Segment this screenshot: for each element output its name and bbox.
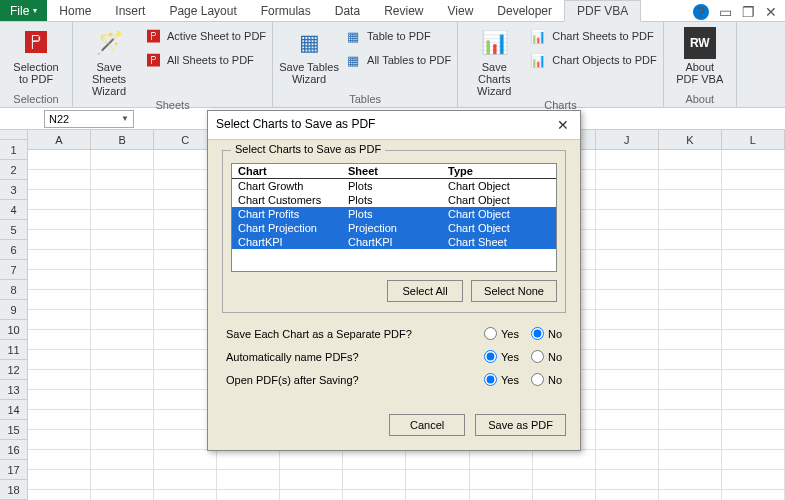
- close-icon[interactable]: ✕: [554, 117, 572, 133]
- group-charts: 📊 Save ChartsWizard 📊 Chart Sheets to PD…: [458, 22, 664, 107]
- save-tables-wizard-button[interactable]: ▦ Save TablesWizard: [279, 25, 339, 91]
- col-chart: Chart: [232, 164, 342, 178]
- radio-open-yes[interactable]: Yes: [484, 373, 519, 386]
- select-none-button[interactable]: Select None: [471, 280, 557, 302]
- row-header[interactable]: 7: [0, 260, 28, 280]
- row-header[interactable]: 1: [0, 140, 28, 160]
- row-header[interactable]: 6: [0, 240, 28, 260]
- radio-open-no[interactable]: No: [531, 373, 562, 386]
- tab-developer[interactable]: Developer: [485, 0, 564, 21]
- row-header[interactable]: 16: [0, 440, 28, 460]
- row-header[interactable]: 3: [0, 180, 28, 200]
- pdf-icon: 🅿: [145, 52, 161, 68]
- group-selection-label: Selection: [6, 91, 66, 107]
- restore-icon[interactable]: ❐: [742, 4, 755, 20]
- window-controls: ? ▭ ❐ ✕: [693, 4, 777, 20]
- row-headers[interactable]: 123456789101112131415161718: [0, 140, 28, 500]
- row-header[interactable]: 2: [0, 160, 28, 180]
- chevron-down-icon: ▾: [33, 6, 37, 15]
- menu-bar: File ▾ HomeInsertPage LayoutFormulasData…: [0, 0, 785, 22]
- chart-objects-to-pdf-button[interactable]: 📊 Chart Objects to PDF: [530, 49, 657, 71]
- name-box[interactable]: N22 ▼: [44, 110, 134, 128]
- col-header[interactable]: K: [659, 130, 722, 150]
- chart-sheets-label: Chart Sheets to PDF: [552, 30, 654, 42]
- row-header[interactable]: 14: [0, 400, 28, 420]
- col-type: Type: [442, 164, 556, 178]
- charts-fieldset: Select Charts to Save as PDF Chart Sheet…: [222, 150, 566, 313]
- row-header[interactable]: 9: [0, 300, 28, 320]
- selection-to-pdf-button[interactable]: 🅿 Selectionto PDF: [6, 25, 66, 91]
- save-charts-wizard-button[interactable]: 📊 Save ChartsWizard: [464, 25, 524, 97]
- row-header[interactable]: 17: [0, 460, 28, 480]
- table-icon: ▦: [345, 28, 361, 44]
- tab-insert[interactable]: Insert: [103, 0, 157, 21]
- option-autoname-label: Automatically name PDFs?: [226, 351, 472, 363]
- row-header[interactable]: 13: [0, 380, 28, 400]
- save-sheets-wizard-button[interactable]: 🪄 Save SheetsWizard: [79, 25, 139, 97]
- row-header[interactable]: 8: [0, 280, 28, 300]
- about-label: AboutPDF VBA: [676, 61, 723, 85]
- all-tables-to-pdf-button[interactable]: ▦ All Tables to PDF: [345, 49, 451, 71]
- chart-sheets-to-pdf-button[interactable]: 📊 Chart Sheets to PDF: [530, 25, 657, 47]
- save-as-pdf-button[interactable]: Save as PDF: [475, 414, 566, 436]
- all-sheets-to-pdf-button[interactable]: 🅿 All Sheets to PDF: [145, 49, 266, 71]
- table-row[interactable]: Chart CustomersPlotsChart Object: [232, 193, 556, 207]
- cancel-button[interactable]: Cancel: [389, 414, 465, 436]
- rw-logo-icon: RW: [684, 27, 716, 59]
- tab-data[interactable]: Data: [323, 0, 372, 21]
- col-header[interactable]: B: [91, 130, 154, 150]
- save-sheets-wizard-label: Save SheetsWizard: [79, 61, 139, 97]
- help-icon[interactable]: ?: [693, 4, 709, 20]
- file-tab-label: File: [10, 4, 29, 18]
- tab-pdf-vba[interactable]: PDF VBA: [564, 0, 641, 22]
- row-header[interactable]: 10: [0, 320, 28, 340]
- tab-view[interactable]: View: [436, 0, 486, 21]
- chart-objects-label: Chart Objects to PDF: [552, 54, 657, 66]
- radio-separate-yes[interactable]: Yes: [484, 327, 519, 340]
- dialog-title: Select Charts to Save as PDF: [216, 117, 375, 133]
- group-sheets: 🪄 Save SheetsWizard 🅿 Active Sheet to PD…: [73, 22, 273, 107]
- chart-wizard-icon: 📊: [478, 27, 510, 59]
- col-header[interactable]: L: [722, 130, 785, 150]
- row-header[interactable]: 11: [0, 340, 28, 360]
- select-all-button[interactable]: Select All: [387, 280, 463, 302]
- close-window-icon[interactable]: ✕: [765, 4, 777, 20]
- name-box-value: N22: [49, 113, 69, 125]
- col-header[interactable]: A: [28, 130, 91, 150]
- group-about-label: About: [670, 91, 730, 107]
- table-row[interactable]: Chart ProfitsPlotsChart Object: [232, 207, 556, 221]
- row-header[interactable]: 18: [0, 480, 28, 500]
- table-row[interactable]: Chart GrowthPlotsChart Object: [232, 179, 556, 193]
- table-to-pdf-button[interactable]: ▦ Table to PDF: [345, 25, 451, 47]
- table-row[interactable]: Chart ProjectionProjectionChart Object: [232, 221, 556, 235]
- tab-formulas[interactable]: Formulas: [249, 0, 323, 21]
- tab-page-layout[interactable]: Page Layout: [157, 0, 248, 21]
- option-separate: Save Each Chart as a Separate PDF? Yes N…: [226, 327, 562, 340]
- tab-review[interactable]: Review: [372, 0, 435, 21]
- ribbon: 🅿 Selectionto PDF Selection 🪄 Save Sheet…: [0, 22, 785, 108]
- tab-home[interactable]: Home: [47, 0, 103, 21]
- charts-table[interactable]: Chart Sheet Type Chart GrowthPlotsChart …: [231, 163, 557, 272]
- fieldset-legend: Select Charts to Save as PDF: [231, 143, 385, 155]
- active-sheet-to-pdf-button[interactable]: 🅿 Active Sheet to PDF: [145, 25, 266, 47]
- row-header[interactable]: 5: [0, 220, 28, 240]
- chart-icon: 📊: [530, 28, 546, 44]
- about-button[interactable]: RW AboutPDF VBA: [670, 25, 730, 91]
- radio-separate-no[interactable]: No: [531, 327, 562, 340]
- col-sheet: Sheet: [342, 164, 442, 178]
- row-header[interactable]: 4: [0, 200, 28, 220]
- row-header[interactable]: 12: [0, 360, 28, 380]
- radio-autoname-no[interactable]: No: [531, 350, 562, 363]
- table-row[interactable]: ChartKPIChartKPIChart Sheet: [232, 235, 556, 249]
- all-tables-label: All Tables to PDF: [367, 54, 451, 66]
- group-about: RW AboutPDF VBA About: [664, 22, 737, 107]
- radio-autoname-yes[interactable]: Yes: [484, 350, 519, 363]
- active-sheet-label: Active Sheet to PDF: [167, 30, 266, 42]
- file-tab[interactable]: File ▾: [0, 0, 47, 21]
- row-header[interactable]: 15: [0, 420, 28, 440]
- col-header[interactable]: J: [596, 130, 659, 150]
- minimize-ribbon-icon[interactable]: ▭: [719, 4, 732, 20]
- table-wizard-icon: ▦: [293, 27, 325, 59]
- select-all-corner[interactable]: [0, 130, 28, 140]
- chart-icon: 📊: [530, 52, 546, 68]
